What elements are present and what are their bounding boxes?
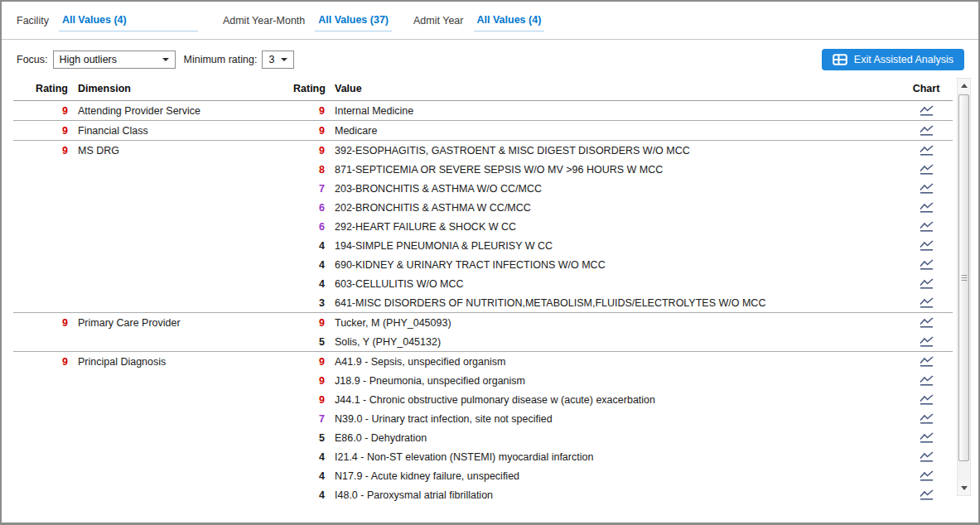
- line-chart-icon[interactable]: [917, 373, 936, 388]
- results-table: Rating Dimension Rating Value Chart 9Att…: [13, 78, 978, 504]
- value-text: E86.0 - Dehydration: [325, 432, 900, 444]
- line-chart-icon[interactable]: [917, 181, 936, 195]
- line-chart-icon[interactable]: [917, 104, 936, 118]
- filter-facility: Facility All Values (4): [17, 14, 198, 31]
- line-chart-icon[interactable]: [917, 219, 936, 234]
- vertical-scrollbar[interactable]: [957, 78, 971, 496]
- header-rating-dimension: Rating: [13, 83, 68, 94]
- line-chart-icon[interactable]: [917, 431, 936, 445]
- admit-year-month-value[interactable]: All Values (37): [315, 14, 392, 31]
- line-chart-icon[interactable]: [917, 200, 936, 214]
- line-chart-icon[interactable]: [917, 335, 936, 349]
- scroll-down-button[interactable]: [958, 481, 970, 495]
- value-text: 202-BRONCHITIS & ASTHMA W CC/MCC: [325, 202, 900, 214]
- facility-label: Facility: [17, 14, 49, 26]
- exit-assisted-analysis-button[interactable]: Exit Assisted Analysis: [822, 49, 964, 70]
- dimension-name: Primary Care Provider: [68, 317, 293, 329]
- table-header-row: Rating Dimension Rating Value Chart: [13, 78, 953, 101]
- line-chart-icon[interactable]: [917, 238, 936, 253]
- value-text: N17.9 - Acute kidney failure, unspecifie…: [325, 470, 900, 482]
- minimum-rating-label: Minimum rating:: [184, 54, 258, 65]
- value-text: I21.4 - Non-ST elevation (NSTEMI) myocar…: [325, 451, 900, 463]
- table-row: 9Principal Diagnosis9A41.9 - Sepsis, uns…: [13, 352, 953, 371]
- chart-cell: [900, 200, 953, 215]
- focus-dropdown-value: High outliers: [60, 54, 117, 65]
- table-row: 8871-SEPTICEMIA OR SEVERE SEPSIS W/O MV …: [13, 160, 953, 179]
- dimension-group: 9Financial Class9Medicare: [13, 121, 953, 141]
- value-text: 603-CELLULITIS W/O MCC: [325, 278, 900, 290]
- value-text: 203-BRONCHITIS & ASTHMA W/O CC/MCC: [325, 183, 900, 195]
- table-row: 9Attending Provider Service9Internal Med…: [13, 101, 953, 120]
- chart-cell: [900, 181, 953, 196]
- line-chart-icon[interactable]: [917, 469, 936, 483]
- table-body: 9Attending Provider Service9Internal Med…: [13, 101, 953, 504]
- line-chart-icon[interactable]: [917, 354, 936, 368]
- table-grid-icon: [833, 54, 847, 65]
- admit-year-month-label: Admit Year-Month: [223, 14, 305, 26]
- chart-cell: [900, 335, 953, 349]
- chart-cell: [900, 450, 953, 465]
- line-chart-icon[interactable]: [917, 162, 936, 176]
- value-rating: 4: [293, 259, 325, 271]
- value-rating: 7: [293, 183, 325, 195]
- line-chart-icon[interactable]: [917, 488, 936, 502]
- value-rating: 6: [293, 221, 325, 233]
- assisted-analysis-window: Facility All Values (4) Admit Year-Month…: [0, 0, 980, 525]
- focus-dropdown[interactable]: High outliers: [53, 51, 176, 69]
- table-row: 3641-MISC DISORDERS OF NUTRITION,METABOL…: [13, 293, 953, 312]
- line-chart-icon[interactable]: [917, 315, 936, 330]
- line-chart-icon[interactable]: [917, 123, 936, 137]
- value-rating: 9: [293, 394, 325, 406]
- value-rating: 4: [293, 470, 325, 482]
- line-chart-icon[interactable]: [917, 296, 936, 310]
- value-rating: 9: [293, 317, 325, 329]
- dimension-name: MS DRG: [68, 145, 293, 157]
- value-rating: 5: [293, 432, 325, 444]
- header-chart: Chart: [900, 83, 953, 94]
- chart-cell: [900, 373, 953, 388]
- table-row: 5Solis, Y (PHY_045132): [13, 332, 953, 351]
- minimum-rating-dropdown[interactable]: 3: [262, 51, 294, 69]
- chart-cell: [900, 143, 953, 158]
- value-rating: 7: [293, 413, 325, 425]
- table-row: 9J44.1 - Chronic obstructive pulmonary d…: [13, 390, 953, 409]
- line-chart-icon[interactable]: [917, 393, 936, 407]
- scroll-up-button[interactable]: [958, 79, 970, 93]
- scrollbar-thumb[interactable]: [958, 94, 969, 461]
- filter-admit-year: Admit Year All Values (4): [413, 14, 544, 31]
- toolbar: Focus: High outliers Minimum rating: 3 E…: [2, 40, 978, 78]
- value-rating: 4: [293, 489, 325, 501]
- value-text: J18.9 - Pneumonia, unspecified organism: [325, 375, 900, 387]
- value-text: Medicare: [325, 125, 900, 137]
- dimension-rating: 9: [13, 145, 68, 157]
- chevron-down-icon: [281, 58, 287, 61]
- table-row: 7203-BRONCHITIS & ASTHMA W/O CC/MCC: [13, 179, 953, 198]
- admit-year-value[interactable]: All Values (4): [474, 14, 545, 31]
- line-chart-icon[interactable]: [917, 143, 936, 157]
- value-text: 871-SEPTICEMIA OR SEVERE SEPSIS W/O MV >…: [325, 164, 900, 176]
- facility-value[interactable]: All Values (4): [59, 14, 198, 31]
- chart-cell: [900, 488, 953, 503]
- scroll-down-icon: [961, 486, 968, 490]
- value-rating: 4: [293, 278, 325, 290]
- line-chart-icon[interactable]: [917, 450, 936, 464]
- focus-label: Focus:: [17, 54, 48, 65]
- value-text: I48.0 - Paroxysmal atrial fibrillation: [325, 489, 900, 501]
- chart-cell: [900, 393, 953, 407]
- line-chart-icon[interactable]: [917, 277, 936, 291]
- chart-cell: [900, 238, 953, 253]
- scroll-up-icon: [961, 84, 968, 88]
- dimension-rating: 9: [13, 317, 68, 329]
- table-row: 9Primary Care Provider9Tucker, M (PHY_04…: [13, 313, 953, 332]
- dimension-group: 9MS DRG9392-ESOPHAGITIS, GASTROENT & MIS…: [13, 141, 953, 313]
- value-text: Internal Medicine: [325, 105, 900, 117]
- value-text: Solis, Y (PHY_045132): [325, 336, 900, 348]
- chart-cell: [900, 277, 953, 291]
- line-chart-icon[interactable]: [917, 258, 936, 272]
- value-rating: 9: [293, 375, 325, 387]
- value-rating: 5: [293, 336, 325, 348]
- chart-cell: [900, 123, 953, 138]
- chart-cell: [900, 469, 953, 484]
- value-text: 292-HEART FAILURE & SHOCK W CC: [325, 221, 900, 233]
- line-chart-icon[interactable]: [917, 412, 936, 426]
